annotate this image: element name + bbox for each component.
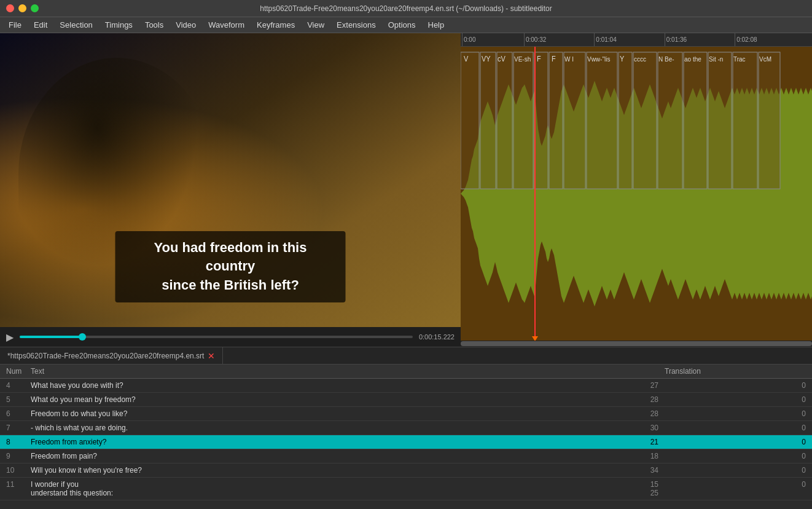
menu-item-keyframes[interactable]: Keyframes <box>252 18 300 31</box>
col-header-num: Num <box>6 367 31 376</box>
menu-item-edit[interactable]: Edit <box>29 18 52 31</box>
cell-text: Freedom to do what you like? <box>31 409 628 418</box>
minimize-button[interactable] <box>18 4 26 12</box>
progress-handle[interactable] <box>79 333 86 341</box>
close-button[interactable] <box>6 4 14 12</box>
waveform-panel: 0:00 0:00:32 0:01:04 0:01:36 0:02:08 <box>461 33 812 347</box>
menubar: FileEditSelectionTimingsToolsVideoWavefo… <box>0 17 812 33</box>
menu-item-help[interactable]: Help <box>423 18 450 31</box>
ruler-mark-1: 0:00:32 <box>524 33 546 46</box>
menu-item-extensions[interactable]: Extensions <box>332 18 381 31</box>
subtitle-text-line2: since the British left? <box>162 277 299 293</box>
play-button[interactable]: ▶ <box>6 331 14 343</box>
cell-text: Freedom from anxiety? <box>31 438 628 446</box>
svg-rect-1 <box>461 52 479 189</box>
table-row[interactable]: 4 What have you done with it? 27 0 <box>0 379 812 393</box>
cell-num: 8 <box>6 438 31 446</box>
menu-item-waveform[interactable]: Waveform <box>203 18 249 31</box>
svg-rect-25 <box>708 52 732 189</box>
table-header: Num Text Translation <box>0 365 812 379</box>
cell-num: 9 <box>6 452 31 460</box>
menu-item-file[interactable]: File <box>4 18 26 31</box>
cell-dur2: 0 <box>781 424 806 432</box>
table-row[interactable]: 9 Freedom from pain? 18 0 <box>0 449 812 464</box>
close-tab-button[interactable]: ✕ <box>208 351 215 361</box>
video-panel: You had freedom in this country since th… <box>0 33 461 347</box>
col-header-duration <box>622 367 652 376</box>
cell-dur2: 0 <box>781 395 806 404</box>
svg-text:F: F <box>552 55 556 63</box>
top-section: You had freedom in this country since th… <box>0 33 812 347</box>
table-row[interactable]: 5 What do you mean by freedom? 28 0 <box>0 393 812 407</box>
subtitle-table: Num Text Translation 4 What have you don… <box>0 365 812 509</box>
cell-dur2: 0 <box>781 466 806 475</box>
cell-num: 4 <box>6 381 31 390</box>
cell-duration: 27 <box>628 381 658 390</box>
svg-text:ao the: ao the <box>684 55 701 63</box>
menu-item-timings[interactable]: Timings <box>100 18 138 31</box>
svg-rect-29 <box>759 52 780 189</box>
ruler-mark-0: 0:00 <box>462 33 475 46</box>
svg-text:cV: cV <box>498 55 506 63</box>
cell-duration: 34 <box>628 466 658 475</box>
table-row[interactable]: 7 - which is what you are doing. 30 0 <box>0 421 812 435</box>
svg-text:W I: W I <box>564 55 574 63</box>
cell-num: 10 <box>6 466 31 475</box>
menu-item-selection[interactable]: Selection <box>55 18 97 31</box>
cell-num: 6 <box>6 409 31 418</box>
maximize-button[interactable] <box>31 4 39 12</box>
cell-dur2: 0 <box>781 452 806 460</box>
playhead[interactable] <box>534 47 536 341</box>
cell-duration: 30 <box>628 424 658 432</box>
ruler-mark-2: 0:01:04 <box>594 33 616 46</box>
cell-num: 7 <box>6 424 31 432</box>
subtitle-tab[interactable]: *https0620Trade-Free20means20you20are20f… <box>0 347 223 364</box>
svg-rect-21 <box>658 52 682 189</box>
cell-text: Will you know it when you're free? <box>31 466 628 475</box>
subtitle-area: *https0620Trade-Free20means20you20are20f… <box>0 347 812 509</box>
svg-text:Trac: Trac <box>733 55 746 63</box>
ruler-mark-3: 0:01:36 <box>665 33 687 46</box>
table-row[interactable]: 8 Freedom from anxiety? 21 0 <box>0 435 812 449</box>
svg-text:Vww-"lis: Vww-"lis <box>587 55 610 63</box>
cell-dur2: 0 <box>781 480 806 489</box>
cell-text: What have you done with it? <box>31 381 628 390</box>
cell-num: 5 <box>6 395 31 404</box>
main-area: You had freedom in this country since th… <box>0 33 812 509</box>
window-buttons <box>6 4 39 12</box>
table-body: 4 What have you done with it? 27 0 5 Wha… <box>0 379 812 500</box>
svg-text:Sit -n: Sit -n <box>709 55 723 63</box>
svg-rect-13 <box>564 52 585 189</box>
svg-text:Y: Y <box>620 55 625 63</box>
svg-rect-19 <box>633 52 657 189</box>
table-row[interactable]: 10 Will you know it when you're free? 34… <box>0 464 812 478</box>
menu-item-tools[interactable]: Tools <box>140 18 168 31</box>
subtitle-tab-bar: *https0620Trade-Free20means20you20are20f… <box>0 347 812 365</box>
cell-dur2: 0 <box>781 381 806 390</box>
waveform-scrollbar[interactable] <box>461 341 812 347</box>
cell-duration: 18 <box>628 452 658 460</box>
menu-item-view[interactable]: View <box>302 18 329 31</box>
cell-duration: 28 <box>628 409 658 418</box>
cell-text: Freedom from pain? <box>31 452 628 460</box>
svg-text:cccc: cccc <box>634 55 646 63</box>
subtitle-tab-label: *https0620Trade-Free20means20you20are20f… <box>7 352 204 360</box>
svg-text:F: F <box>537 55 541 63</box>
waveform-svg: V VY cV VE-sh F F W I Vww-"lis <box>461 47 812 341</box>
titlebar: https0620Trade-Free20means20you20are20fr… <box>0 0 812 17</box>
table-row[interactable]: 11 I wonder if youunderstand this questi… <box>0 478 812 500</box>
waveform-area[interactable]: V VY cV VE-sh F F W I Vww-"lis <box>461 47 812 341</box>
svg-text:VcM: VcM <box>759 55 771 63</box>
menu-item-options[interactable]: Options <box>383 18 421 31</box>
svg-rect-17 <box>619 52 632 189</box>
svg-rect-9 <box>534 52 548 189</box>
progress-bar[interactable] <box>20 336 413 338</box>
col-header-text: Text <box>31 367 622 376</box>
svg-text:VY: VY <box>482 55 491 63</box>
svg-rect-27 <box>733 52 757 189</box>
cell-dur2: 0 <box>781 438 806 446</box>
waveform-scrollbar-thumb[interactable] <box>461 341 812 346</box>
menu-item-video[interactable]: Video <box>171 18 201 31</box>
table-row[interactable]: 6 Freedom to do what you like? 28 0 <box>0 407 812 421</box>
col-header-translation: Translation <box>652 367 775 376</box>
